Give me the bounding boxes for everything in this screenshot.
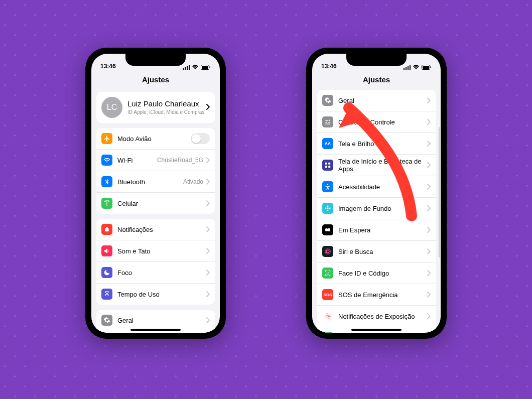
sliders-icon	[322, 116, 333, 127]
settings-row-homescreen[interactable]: Tela de Início e Biblioteca de Apps	[317, 154, 436, 176]
profile-row[interactable]: LC Luiz Paulo Charleaux ID Apple, iCloud…	[96, 92, 215, 123]
chevron-right-icon	[427, 184, 431, 190]
settings-row-general[interactable]: Geral	[317, 90, 436, 111]
settings-row-notifications[interactable]: Notificações	[96, 219, 215, 240]
svg-text:AA: AA	[325, 142, 331, 146]
chevron-right-icon	[427, 313, 431, 319]
settings-row-sos[interactable]: SOSSOS de Emergência	[317, 284, 436, 305]
row-label: SOS de Emergência	[338, 291, 424, 299]
home-indicator[interactable]	[351, 329, 402, 331]
system-group-scrolled: GeralCentral de ControleAATela e BrilhoT…	[317, 90, 436, 333]
settings-row-controlcenter[interactable]: Central de Controle	[96, 331, 215, 333]
settings-row-general[interactable]: Geral	[96, 310, 215, 331]
settings-content-left[interactable]: LC Luiz Paulo Charleaux ID Apple, iCloud…	[91, 87, 220, 333]
wifi-status-icon	[192, 65, 199, 70]
settings-content-right[interactable]: GeralCentral de ControleAATela e BrilhoT…	[312, 87, 441, 333]
svg-rect-5	[202, 66, 208, 69]
settings-row-cellular[interactable]: Celular	[96, 192, 215, 214]
chevron-right-icon	[427, 248, 431, 254]
settings-row-standby[interactable]: Em Espera	[317, 219, 436, 240]
row-label: Wi-Fi	[117, 157, 157, 164]
settings-row-wallpaper[interactable]: Imagem de Fundo	[317, 197, 436, 219]
gear-icon	[322, 95, 333, 106]
chevron-right-icon	[206, 291, 210, 297]
alerts-group: NotificaçõesSom e TatoFocoTempo de Uso	[96, 219, 215, 305]
background-pattern	[0, 0, 532, 399]
avatar: LC	[101, 97, 122, 118]
row-label: Celular	[117, 200, 203, 207]
chevron-right-icon	[427, 205, 431, 211]
chevron-right-icon	[206, 103, 210, 112]
standby-icon	[322, 224, 333, 235]
flower-icon	[322, 203, 333, 214]
battery-icon	[322, 332, 333, 333]
settings-row-faceid[interactable]: Face ID e Código	[317, 262, 436, 284]
svg-rect-3	[189, 65, 190, 70]
settings-row-exposure[interactable]: Notificações de Exposição	[317, 305, 436, 327]
exposure-icon	[322, 311, 333, 322]
settings-row-display[interactable]: AATela e Brilho	[317, 132, 436, 154]
svg-rect-19	[328, 166, 330, 168]
settings-row-focus[interactable]: Foco	[96, 261, 215, 283]
svg-rect-14	[431, 66, 432, 68]
row-label: Central de Controle	[338, 118, 424, 126]
phone-mockup-left: 13:46 Ajustes LC Luiz Paulo Charleaux	[85, 48, 226, 339]
home-indicator[interactable]	[130, 329, 181, 331]
settings-row-bluetooth[interactable]: BluetoothAtivado	[96, 171, 215, 192]
chevron-right-icon	[206, 157, 210, 163]
settings-row-airplane[interactable]: Modo Avião	[96, 128, 215, 149]
navbar: Ajustes	[91, 71, 220, 88]
svg-rect-1	[185, 67, 186, 70]
svg-point-28	[325, 249, 331, 254]
settings-row-wifi[interactable]: Wi-FiChristieRoad_5G	[96, 149, 215, 171]
status-time: 13:46	[321, 63, 337, 70]
chevron-right-icon	[206, 200, 210, 206]
status-icons	[404, 65, 432, 70]
row-label: Tela e Brilho	[338, 140, 424, 148]
row-label: Bluetooth	[117, 178, 183, 186]
faceid-icon	[322, 268, 333, 279]
airplane-icon	[101, 133, 112, 144]
svg-point-23	[327, 210, 329, 211]
svg-point-29	[326, 250, 329, 253]
wifi-icon	[101, 155, 112, 166]
screen-left: 13:46 Ajustes LC Luiz Paulo Charleaux	[91, 54, 220, 333]
notch	[125, 54, 186, 66]
settings-row-siri[interactable]: Siri e Busca	[317, 240, 436, 262]
settings-row-sounds[interactable]: Som e Tato	[96, 240, 215, 261]
profile-name: Luiz Paulo Charleaux	[127, 99, 206, 108]
navbar-title: Ajustes	[363, 75, 390, 84]
svg-point-24	[325, 208, 326, 209]
chevron-right-icon	[206, 179, 210, 185]
toggle-switch[interactable]	[191, 133, 210, 144]
row-label: Notificações	[117, 226, 203, 233]
svg-point-20	[327, 184, 328, 185]
apps-icon	[322, 160, 333, 171]
chevron-right-icon	[427, 119, 431, 125]
svg-point-31	[328, 272, 329, 273]
scroll-indicator[interactable]	[439, 127, 440, 257]
svg-point-26	[325, 228, 328, 231]
chevron-right-icon	[206, 226, 210, 232]
settings-row-controlcenter[interactable]: Central de Controle	[317, 111, 436, 132]
accessibility-icon	[322, 181, 333, 192]
status-icons	[183, 65, 211, 70]
hourglass-icon	[101, 289, 112, 300]
antenna-icon	[101, 198, 112, 209]
settings-row-screentime[interactable]: Tempo de Uso	[96, 283, 215, 305]
svg-point-22	[327, 205, 329, 207]
svg-rect-2	[187, 66, 188, 70]
row-label: Foco	[117, 269, 203, 277]
battery-status-icon	[201, 65, 211, 70]
connectivity-group: Modo AviãoWi-FiChristieRoad_5GBluetoothA…	[96, 128, 215, 214]
row-label: Notificações de Exposição	[338, 313, 424, 320]
row-label: Siri e Busca	[338, 248, 424, 255]
settings-row-accessibility[interactable]: Acessibilidade	[317, 176, 436, 197]
navbar: Ajustes	[312, 71, 441, 88]
navbar-title: Ajustes	[142, 75, 169, 84]
svg-point-21	[327, 207, 329, 209]
row-label: Tempo de Uso	[117, 291, 203, 298]
chevron-right-icon	[427, 270, 431, 276]
chevron-right-icon	[206, 270, 210, 276]
chevron-right-icon	[206, 317, 210, 323]
